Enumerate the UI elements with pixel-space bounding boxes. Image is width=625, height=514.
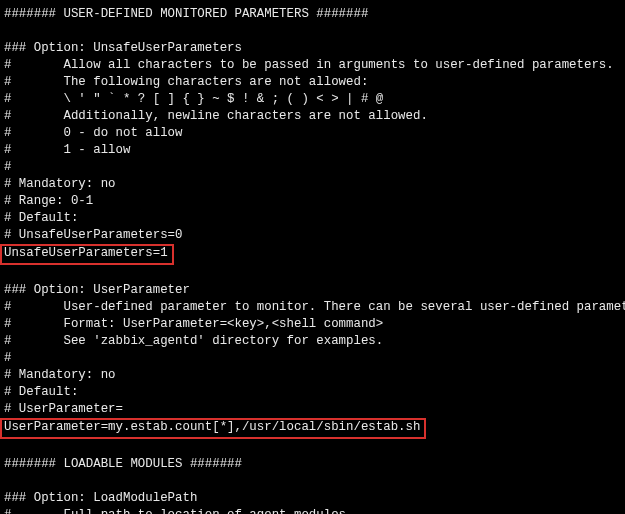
config-line: # [4, 351, 11, 365]
config-line: # \ ' " ` * ? [ ] { } ~ $ ! & ; ( ) < > … [4, 92, 383, 106]
config-line: ### Option: LoadModulePath [4, 491, 197, 505]
config-line: # 0 - do not allow [4, 126, 182, 140]
config-line: # Default: [4, 211, 78, 225]
config-line: # The following characters are not allow… [4, 75, 368, 89]
config-line: # Range: 0-1 [4, 194, 93, 208]
config-line: # UnsafeUserParameters=0 [4, 228, 182, 242]
config-line: # Format: UserParameter=<key>,<shell com… [4, 317, 383, 331]
config-line: # [4, 160, 11, 174]
config-line: # 1 - allow [4, 143, 130, 157]
config-line: ####### USER-DEFINED MONITORED PARAMETER… [4, 7, 368, 21]
config-line: ### Option: UnsafeUserParameters [4, 41, 242, 55]
config-line: # UserParameter= [4, 402, 123, 416]
config-line: # Full path to location of agent modules… [4, 508, 353, 514]
config-line: # Default: [4, 385, 78, 399]
highlighted-line-userparam: UserParameter=my.estab.count[*],/usr/loc… [0, 418, 426, 439]
config-line: # Mandatory: no [4, 368, 116, 382]
config-line: # See 'zabbix_agentd' directory for exam… [4, 334, 383, 348]
config-line: # Additionally, newline characters are n… [4, 109, 428, 123]
config-line: # Allow all characters to be passed in a… [4, 58, 614, 72]
highlighted-line-unsafe: UnsafeUserParameters=1 [0, 244, 174, 265]
config-line: ####### LOADABLE MODULES ####### [4, 457, 242, 471]
config-line: # User-defined parameter to monitor. The… [4, 300, 625, 314]
config-line: # Mandatory: no [4, 177, 116, 191]
terminal-output: ####### USER-DEFINED MONITORED PARAMETER… [0, 0, 625, 514]
config-line: ### Option: UserParameter [4, 283, 190, 297]
